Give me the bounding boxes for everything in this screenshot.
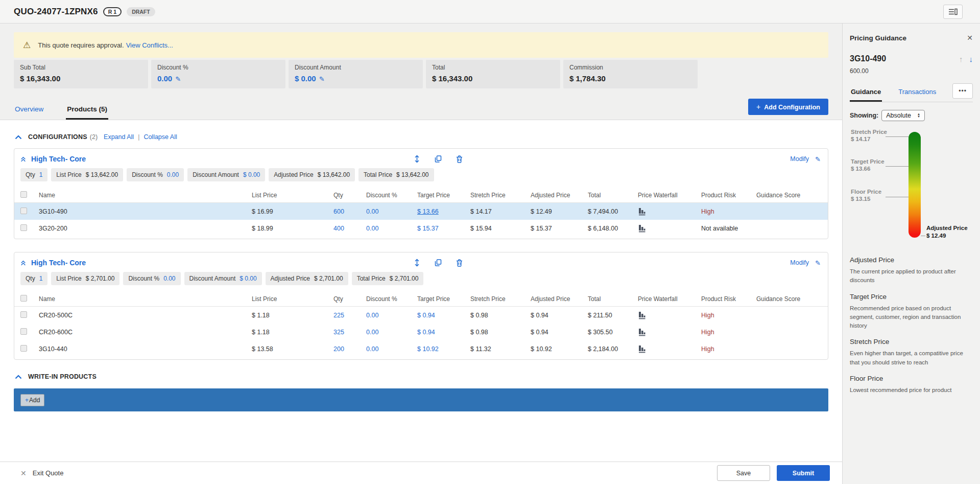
view-conflicts-link[interactable]: View Conflicts... [126,41,173,49]
showing-select[interactable]: Absolute ▲▼ [881,110,925,121]
edit-icon[interactable]: ✎ [175,75,181,83]
cell-discount[interactable]: 0.00 [366,329,417,336]
edit-icon[interactable]: ✎ [319,75,325,83]
pill-value[interactable]: 0.00 [167,171,179,178]
cell-qty[interactable]: 225 [333,312,366,319]
chevron-up-icon[interactable] [15,135,22,140]
row-checkbox[interactable] [20,208,27,214]
select-all-checkbox[interactable] [20,295,27,302]
product-row: 3G10-490 $ 16.99 600 0.00 $ 13.66 $ 14.1… [14,203,828,220]
cell-qty[interactable]: 325 [333,329,366,336]
copy-icon[interactable] [435,155,442,163]
write-in-products-bar: +Add [14,388,828,411]
add-write-in-button[interactable]: +Add [20,394,44,406]
delete-icon[interactable] [456,155,463,163]
pill-value[interactable]: 1 [39,171,43,178]
cell-target-price[interactable]: $ 13.66 [417,208,470,215]
chevron-up-icon[interactable] [15,375,22,379]
config-pills: Qty 1 List Price $ 2,701.00 Discount % 0… [14,270,828,291]
pill-label: Discount Amount [189,275,236,282]
cell-discount[interactable]: 0.00 [366,225,417,232]
modify-label: Modify [790,259,809,266]
pill-value[interactable]: $ 0.00 [240,275,256,282]
row-checkbox[interactable] [20,224,27,231]
cell-discount[interactable]: 0.00 [366,345,417,353]
price-waterfall-icon[interactable] [638,207,701,216]
config-title[interactable]: High Tech- Core [31,259,86,267]
edit-icon: ✎ [815,155,821,163]
pill-label: Adjusted Price [274,171,313,178]
pill-label: Total Price [364,171,392,178]
row-checkbox[interactable] [20,311,27,318]
price-waterfall-icon[interactable] [638,328,701,336]
cell-list-price: $ 13.58 [252,345,333,353]
card-value[interactable]: $ 0.00 [295,74,316,83]
close-icon[interactable]: ✕ [967,34,973,42]
cell-target-price[interactable]: $ 10.92 [417,345,470,353]
collapse-icon[interactable] [20,260,26,266]
cell-target-price[interactable]: $ 0.94 [417,329,470,336]
config-summary-pill: Adjusted Price $ 2,701.00 [266,272,348,285]
cell-target-price[interactable]: $ 15.37 [417,225,470,232]
cell-product-risk: High [701,312,756,319]
add-configuration-button[interactable]: +Add Configuration [748,99,828,115]
table-header: NameList PriceQtyDiscount %Target PriceS… [14,291,828,307]
pill-value[interactable]: 1 [39,275,43,282]
cell-total: $ 211.50 [588,312,638,319]
cell-adjusted-price: $ 12.49 [531,208,588,215]
tab-guidance[interactable]: Guidance [850,83,882,102]
tab-overview[interactable]: Overview [14,101,44,120]
configurations-header: CONFIGURATIONS (2) Expand All | Collapse… [15,133,828,141]
select-all-checkbox[interactable] [20,191,27,198]
cell-qty[interactable]: 600 [333,208,366,215]
price-definition: Floor Price Lowest recommended price for… [850,375,973,395]
column-header: Discount % [366,192,417,199]
cell-qty[interactable]: 400 [333,225,366,232]
cell-stretch-price: $ 0.98 [470,329,531,336]
collapse-icon[interactable] [20,156,26,162]
previous-product-arrow-icon[interactable]: ↑ [959,55,963,63]
definition-term: Stretch Price [850,338,973,345]
more-options-button[interactable]: ••• [952,83,973,99]
cell-discount[interactable]: 0.00 [366,208,417,215]
row-checkbox[interactable] [20,345,27,352]
pill-value[interactable]: 0.00 [163,275,175,282]
cell-target-price[interactable]: $ 0.94 [417,312,470,319]
price-waterfall-icon[interactable] [638,224,701,233]
summary-card: Commission $ 1,784.30 [563,60,698,88]
pill-value[interactable]: $ 0.00 [243,171,260,178]
cell-product-risk: High [701,208,756,215]
definition-description: Even higher than target, a compatitive p… [850,349,973,367]
pill-label: Total Price [357,275,386,282]
delete-icon[interactable] [456,259,463,267]
column-header: Product Risk [701,295,756,303]
tab-products[interactable]: Products (5) [66,101,108,120]
modify-button[interactable]: Modify✎ [790,259,821,267]
card-value[interactable]: 0.00 [157,74,172,83]
config-title[interactable]: High Tech- Core [31,155,86,163]
cell-qty[interactable]: 200 [333,345,366,353]
collapse-all-link[interactable]: Collapse All [144,133,177,141]
reorder-icon[interactable] [414,259,420,267]
product-row: CR20-600C $ 1.18 325 0.00 $ 0.94 $ 0.98 … [14,324,828,340]
submit-button[interactable]: Submit [777,465,830,481]
table-body: 3G10-490 $ 16.99 600 0.00 $ 13.66 $ 14.1… [14,203,828,237]
warning-icon: ⚠ [23,40,31,51]
copy-icon[interactable] [435,259,442,266]
tab-transactions[interactable]: Transactions [897,83,937,102]
price-waterfall-icon[interactable] [638,344,701,353]
expand-all-link[interactable]: Expand All [104,133,134,141]
price-waterfall-icon[interactable] [638,311,701,319]
cell-adjusted-price: $ 10.92 [531,345,588,353]
panel-toggle-button[interactable] [943,5,963,19]
reorder-icon[interactable] [414,155,420,163]
save-button[interactable]: Save [717,465,770,481]
modify-button[interactable]: Modify✎ [790,155,821,163]
next-product-arrow-icon[interactable]: ↓ [969,55,973,63]
card-value: $ 1,784.30 [569,74,606,83]
price-definitions: Adjusted Price The current price applied… [850,256,973,395]
exit-quote-button[interactable]: ✕ Exit Quote [20,469,63,477]
cell-discount[interactable]: 0.00 [366,312,417,319]
row-checkbox[interactable] [20,328,27,335]
panel-tabs: Guidance Transactions ••• [850,83,973,102]
